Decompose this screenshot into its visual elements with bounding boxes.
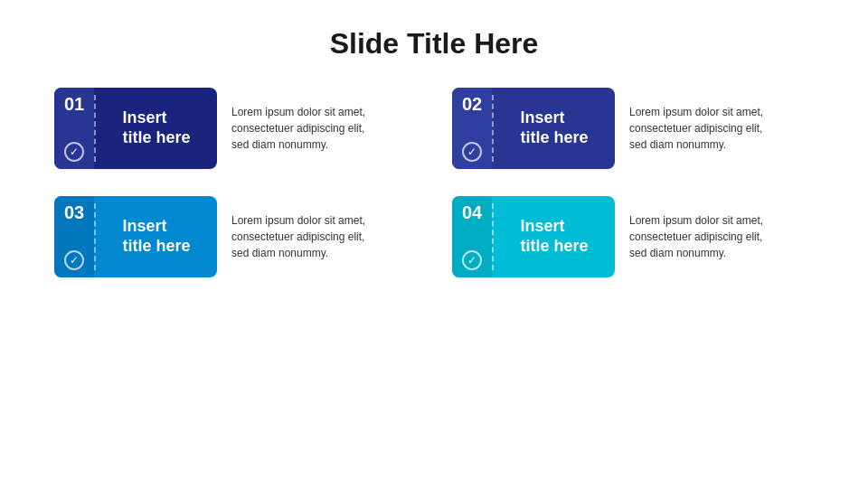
card-row-2: 02✓Insert title hereLorem ipsum dolor si… <box>452 88 814 169</box>
card-number-section-1: 01✓ <box>54 88 94 169</box>
card-title-3: Insert title here <box>122 217 190 256</box>
card-number-2: 02 <box>462 95 482 113</box>
card-body-text-3: Lorem ipsum dolor sit amet, consectetuer… <box>231 212 385 261</box>
card-title-2: Insert title here <box>520 108 588 147</box>
card-title-section-4: Insert title here <box>494 196 615 277</box>
card-title-section-1: Insert title here <box>96 88 217 169</box>
card-row-1: 01✓Insert title hereLorem ipsum dolor si… <box>54 88 416 169</box>
card-title-4: Insert title here <box>520 217 588 256</box>
card-body-text-4: Lorem ipsum dolor sit amet, consectetuer… <box>629 212 783 261</box>
card-grid: 01✓Insert title hereLorem ipsum dolor si… <box>54 88 814 277</box>
card-body-text-2: Lorem ipsum dolor sit amet, consectetuer… <box>629 104 783 153</box>
card-check-icon-1: ✓ <box>64 142 84 162</box>
card-box-1: 01✓Insert title here <box>54 88 217 169</box>
card-number-3: 03 <box>64 203 84 221</box>
card-number-section-3: 03✓ <box>54 196 94 277</box>
card-check-icon-3: ✓ <box>64 250 84 270</box>
card-number-4: 04 <box>462 203 482 221</box>
card-body-text-1: Lorem ipsum dolor sit amet, consectetuer… <box>231 104 385 153</box>
card-row-3: 03✓Insert title hereLorem ipsum dolor si… <box>54 196 416 277</box>
slide-title: Slide Title Here <box>330 27 539 61</box>
card-title-section-2: Insert title here <box>494 88 615 169</box>
slide: Slide Title Here 01✓Insert title hereLor… <box>0 0 868 488</box>
card-box-2: 02✓Insert title here <box>452 88 615 169</box>
card-box-3: 03✓Insert title here <box>54 196 217 277</box>
card-check-icon-2: ✓ <box>462 142 482 162</box>
card-row-4: 04✓Insert title hereLorem ipsum dolor si… <box>452 196 814 277</box>
card-number-section-4: 04✓ <box>452 196 492 277</box>
card-title-section-3: Insert title here <box>96 196 217 277</box>
card-title-1: Insert title here <box>122 108 190 147</box>
card-number-1: 01 <box>64 95 84 113</box>
card-check-icon-4: ✓ <box>462 250 482 270</box>
card-box-4: 04✓Insert title here <box>452 196 615 277</box>
card-number-section-2: 02✓ <box>452 88 492 169</box>
